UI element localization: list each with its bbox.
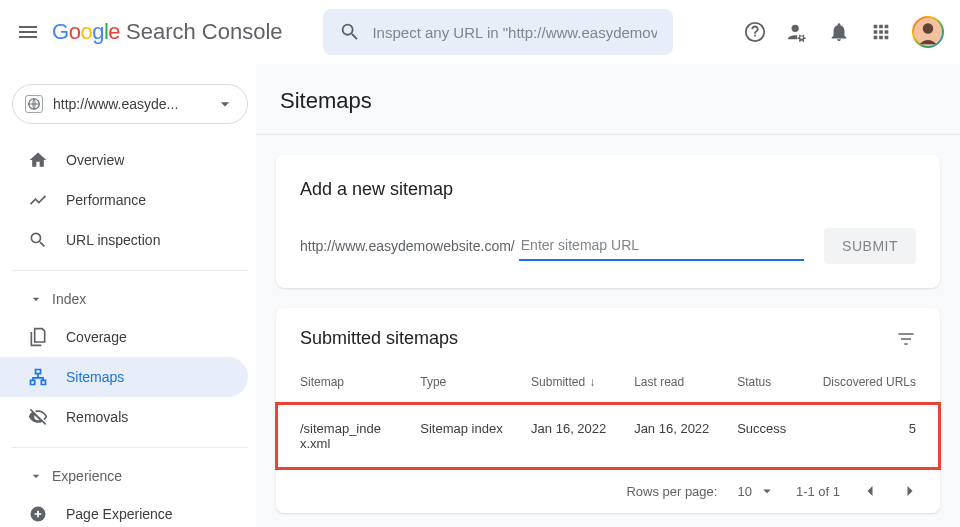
- notifications-icon[interactable]: [828, 21, 850, 43]
- add-sitemap-title: Add a new sitemap: [300, 179, 916, 200]
- col-type[interactable]: Type: [410, 361, 521, 403]
- trend-icon: [28, 190, 48, 210]
- sidebar-item-sitemaps[interactable]: Sitemaps: [0, 357, 248, 397]
- sidebar-item-removals[interactable]: Removals: [0, 397, 248, 437]
- rows-per-page-label: Rows per page:: [626, 484, 717, 499]
- chevron-down-icon: [758, 482, 776, 500]
- apps-icon[interactable]: [870, 21, 892, 43]
- submitted-title: Submitted sitemaps: [300, 328, 458, 349]
- next-page-button[interactable]: [900, 481, 920, 501]
- plus-circle-icon: [28, 504, 48, 524]
- col-sitemap[interactable]: Sitemap: [276, 361, 410, 403]
- col-status[interactable]: Status: [727, 361, 802, 403]
- pages-icon: [28, 327, 48, 347]
- sitemap-url-input[interactable]: [519, 231, 804, 261]
- sidebar-item-page-experience[interactable]: Page Experience: [0, 494, 248, 527]
- sidebar-group-index[interactable]: Index: [12, 281, 248, 317]
- help-icon[interactable]: [744, 21, 766, 43]
- sidebar-item-overview[interactable]: Overview: [0, 140, 248, 180]
- search-icon: [339, 21, 361, 43]
- submit-button[interactable]: SUBMIT: [824, 228, 916, 264]
- avatar[interactable]: [912, 16, 944, 48]
- prev-page-button[interactable]: [860, 481, 880, 501]
- sidebar: http://www.easyde... Overview Performanc…: [0, 64, 256, 527]
- home-icon: [28, 150, 48, 170]
- submitted-sitemaps-card: Submitted sitemaps Sitemap Type Submitte…: [276, 308, 940, 513]
- table-row[interactable]: /sitemap_index.xml Sitemap index Jan 16,…: [276, 403, 940, 469]
- add-sitemap-card: Add a new sitemap http://www.easydemoweb…: [276, 155, 940, 288]
- visibility-off-icon: [28, 407, 48, 427]
- paginator: Rows per page: 10 1-1 of 1: [276, 469, 940, 513]
- property-domain: http://www.easyde...: [53, 96, 215, 112]
- url-prefix: http://www.easydemowebsite.com/: [300, 238, 515, 254]
- filter-icon[interactable]: [896, 329, 916, 349]
- chevron-down-icon: [28, 468, 44, 484]
- brand-logo: Google Search Console: [52, 19, 283, 45]
- sitemap-icon: [28, 367, 48, 387]
- account-settings-icon[interactable]: [786, 21, 808, 43]
- sidebar-item-performance[interactable]: Performance: [0, 180, 248, 220]
- sidebar-item-coverage[interactable]: Coverage: [0, 317, 248, 357]
- sitemaps-table: Sitemap Type Submitted↓ Last read Status…: [276, 361, 940, 469]
- sidebar-group-experience[interactable]: Experience: [12, 458, 248, 494]
- url-inspect-search[interactable]: Inspect any URL in "http://www.easydemov: [323, 9, 673, 55]
- chevron-down-icon: [28, 291, 44, 307]
- search-icon: [28, 230, 48, 250]
- property-selector[interactable]: http://www.easyde...: [12, 84, 248, 124]
- globe-icon: [27, 97, 41, 111]
- page-range: 1-1 of 1: [796, 484, 840, 499]
- rows-per-page-select[interactable]: 10: [737, 482, 775, 500]
- sort-desc-icon: ↓: [589, 375, 595, 389]
- search-placeholder: Inspect any URL in "http://www.easydemov: [372, 24, 656, 41]
- menu-icon[interactable]: [16, 20, 40, 44]
- col-last-read[interactable]: Last read: [624, 361, 727, 403]
- page-title: Sitemaps: [256, 64, 960, 134]
- col-submitted[interactable]: Submitted↓: [521, 361, 624, 403]
- sidebar-item-url-inspection[interactable]: URL inspection: [0, 220, 248, 260]
- col-discovered[interactable]: Discovered URLs: [802, 361, 940, 403]
- chevron-down-icon: [215, 94, 235, 114]
